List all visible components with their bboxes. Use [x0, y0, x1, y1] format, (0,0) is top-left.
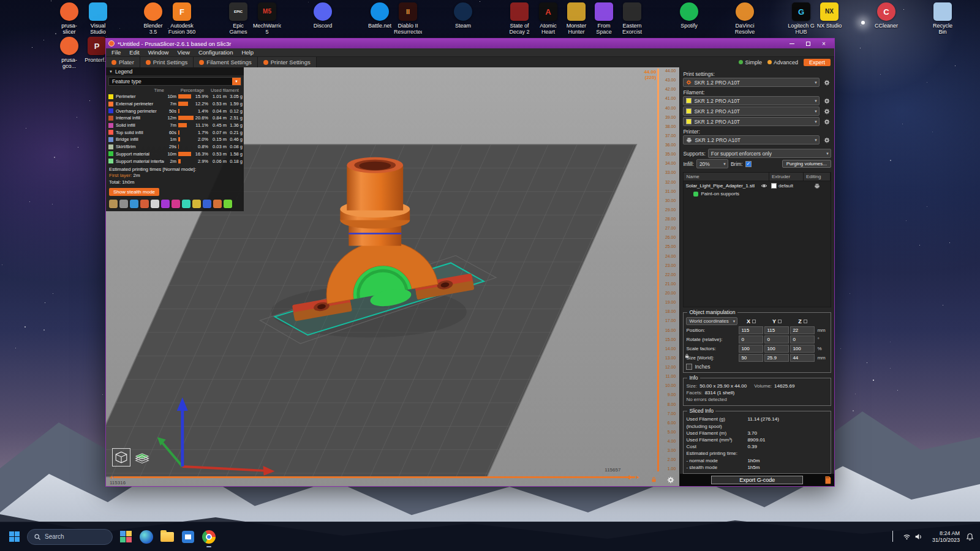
value-field-z[interactable]: 44 [790, 354, 815, 362]
mode-expert[interactable]: Expert [804, 59, 831, 66]
printer-gear-button[interactable] [822, 135, 831, 144]
start-button[interactable] [6, 529, 22, 545]
print-settings-gear-button[interactable] [822, 78, 831, 87]
menu-item[interactable]: View [173, 49, 194, 56]
desktop-icon-monster-hunter-rise[interactable]: Monster Hunter Rise [562, 2, 590, 36]
pause-prints-icon[interactable] [182, 200, 190, 208]
maximize-button[interactable] [800, 39, 816, 48]
retractions-icon[interactable] [130, 200, 138, 208]
menu-item[interactable]: Configuration [194, 49, 238, 56]
wipe-icon[interactable] [119, 200, 128, 208]
mirror-x-button[interactable] [752, 320, 756, 323]
printer-combo[interactable]: SKR 1.2 PRO A10T ▼ [683, 135, 820, 144]
search-box[interactable]: Search [27, 529, 113, 545]
filament-gear-button[interactable] [822, 107, 831, 116]
value-field-y[interactable]: 25.9 [764, 354, 789, 362]
slider-handle[interactable]: ◆ [627, 474, 631, 481]
taskbar-icon-edge[interactable] [138, 529, 154, 545]
tab[interactable]: Filament Settings [194, 57, 257, 67]
tool-changes-icon[interactable] [161, 200, 170, 208]
tab[interactable]: Plater [106, 57, 140, 67]
layers-view-button[interactable] [133, 448, 151, 467]
taskbar-icon-chrome[interactable] [201, 529, 217, 545]
taskbar-icon-folder[interactable] [159, 529, 175, 545]
desktop-icon-discord[interactable]: Discord [309, 2, 337, 29]
desktop-icon-nx-studio[interactable]: NX NX Studio [815, 2, 843, 29]
system-tray[interactable] [899, 530, 926, 543]
desktop-icon-state-of-decay2[interactable]: State of Decay 2 [505, 2, 533, 35]
filament-gear-button[interactable] [822, 117, 831, 126]
desktop-icon-logitech-ghub[interactable]: G Logitech G HUB [787, 2, 815, 35]
infill-combo[interactable]: 20% ▼ [696, 159, 728, 168]
view-cube-button[interactable] [112, 448, 130, 467]
filament-combo[interactable]: SKR 1.2 PRO A10T ▼ [683, 107, 820, 116]
horizontal-slider[interactable]: ◄ ◆ ► [108, 474, 640, 480]
layer-slider[interactable] [657, 69, 659, 471]
desktop-icon-prusa-slicer[interactable]: prusa-slicer [55, 2, 83, 35]
travel-icon[interactable] [109, 200, 118, 208]
paint-on-supports-row[interactable]: Paint-on supports [684, 190, 831, 197]
desktop-icon-prusa-gcode[interactable]: prusa-gco... [55, 37, 83, 69]
desktop-icon-vscode[interactable]: Visual Studio Code [84, 2, 112, 36]
taskbar-clock[interactable]: 8:24 AM 31/10/2023 [932, 530, 960, 544]
menu-item[interactable]: Edit [125, 49, 143, 56]
menu-item[interactable]: Window [144, 49, 173, 56]
desktop-icon-recycle-bin[interactable]: Recycle Bin [929, 2, 957, 35]
menu-item[interactable]: File [107, 49, 125, 56]
value-field-x[interactable]: 115 [739, 326, 763, 334]
desktop-icon-blender[interactable]: Blender 3.5 [139, 2, 167, 35]
value-field-y[interactable]: 0 [764, 335, 789, 343]
slider-right-arrow-icon[interactable]: ► [635, 474, 640, 480]
minimize-button[interactable] [784, 39, 800, 48]
title-bar[interactable]: *Untitled - PrusaSlicer-2.6.1 based on S… [106, 39, 834, 48]
value-field-y[interactable]: 115 [764, 326, 789, 334]
value-field-x[interactable]: 100 [739, 345, 763, 353]
mirror-z-button[interactable] [804, 320, 807, 323]
printable-toggle-icon[interactable] [814, 183, 820, 189]
brim-checkbox[interactable]: ✓ [745, 161, 752, 167]
value-field-y[interactable]: 100 [764, 345, 789, 353]
filament-combo[interactable]: SKR 1.2 PRO A10T ▼ [683, 117, 820, 126]
feature-type-dropdown[interactable]: Feature type ▼ [108, 77, 241, 86]
sd-card-icon[interactable] [823, 476, 832, 485]
purging-volumes-button[interactable]: Purging volumes... [782, 160, 831, 168]
desktop-icon-eastern-exorcist[interactable]: Eastern Exorcist [618, 2, 646, 35]
taskbar-icon-widgets[interactable] [118, 529, 134, 545]
desktop-icon-davinci-resolve[interactable]: DaVinci Resolve [731, 2, 759, 35]
uniform-scale-lock-icon[interactable] [684, 353, 690, 359]
legend-icon[interactable] [224, 200, 232, 208]
show-stealth-mode-button[interactable]: Show stealth mode [109, 188, 159, 196]
shells-icon[interactable] [203, 200, 211, 208]
legend-header[interactable]: ▼ Legend [106, 67, 244, 75]
eye-icon[interactable] [761, 182, 767, 189]
object-row[interactable]: Solar_Light_Pipe_Adapter_1.stl default [684, 181, 831, 190]
deretractions-icon[interactable] [140, 200, 149, 208]
model-tube[interactable] [340, 157, 410, 246]
desktop-icon-atomic-heart[interactable]: A Atomic Heart [534, 2, 562, 35]
desktop-icon-ccleaner[interactable]: C CCleaner [872, 2, 900, 29]
color-changes-icon[interactable] [172, 200, 180, 208]
tab[interactable]: Print Settings [140, 57, 194, 67]
tab[interactable]: Printer Settings [258, 57, 317, 67]
supports-combo[interactable]: For support enforcers only ▼ [708, 149, 831, 158]
viewport-settings-gear-icon[interactable] [667, 476, 674, 484]
slider-left-arrow-icon[interactable]: ◄ [108, 474, 113, 480]
mode-simple[interactable]: Simple [739, 59, 762, 66]
desktop-icon-battle-net[interactable]: Battle.net [366, 2, 394, 29]
value-field-z[interactable]: 0 [790, 335, 815, 343]
value-field-x[interactable]: 50 [739, 354, 763, 362]
filament-combo[interactable]: SKR 1.2 PRO A10T ▼ [683, 96, 820, 105]
value-field-x[interactable]: 0 [739, 335, 763, 343]
filament-gear-button[interactable] [822, 96, 831, 105]
desktop-icon-fusion360[interactable]: F Autodesk Fusion 360 [168, 2, 196, 35]
desktop-icon-spotify[interactable]: Spotify [675, 2, 703, 29]
slider-track[interactable] [113, 476, 635, 478]
inches-checkbox[interactable] [686, 364, 692, 370]
desktop-icon-mechwarrior5[interactable]: M5 MechWarrior 5 [253, 2, 281, 35]
lock-icon[interactable] [650, 476, 657, 483]
desktop-icon-epic-games[interactable]: EPIC Epic Games Launcher [224, 2, 252, 36]
tray-chevron-icon[interactable] [892, 531, 893, 542]
menu-item[interactable]: Help [237, 49, 258, 56]
mirror-y-button[interactable] [778, 320, 782, 323]
export-gcode-button[interactable]: Export G-code [711, 476, 803, 484]
